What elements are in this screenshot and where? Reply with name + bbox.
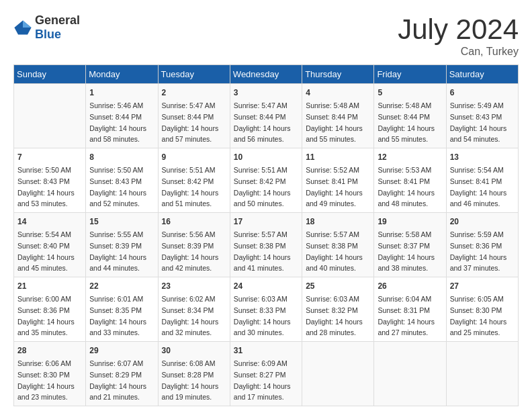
title-block: July 2024 Can, Turkey [398, 13, 519, 58]
table-cell: 15Sunrise: 5:55 AMSunset: 8:39 PMDayligh… [86, 213, 158, 277]
day-number: 28 [17, 345, 82, 357]
table-cell: 9Sunrise: 5:51 AMSunset: 8:42 PMDaylight… [158, 148, 230, 213]
table-cell: 27Sunrise: 6:05 AMSunset: 8:30 PMDayligh… [446, 277, 518, 342]
page-header: General Blue July 2024 Can, Turkey [13, 13, 519, 58]
calendar-table: SundayMondayTuesdayWednesdayThursdayFrid… [13, 64, 519, 406]
table-cell: 28Sunrise: 6:06 AMSunset: 8:30 PMDayligh… [14, 342, 86, 406]
month-title: July 2024 [398, 13, 519, 46]
logo-general: General [35, 13, 80, 27]
logo-blue: Blue [35, 28, 61, 41]
day-detail: Sunrise: 6:05 AMSunset: 8:30 PMDaylight:… [450, 295, 507, 336]
header-monday: Monday [86, 65, 158, 84]
week-row-3: 14Sunrise: 5:54 AMSunset: 8:40 PMDayligh… [14, 213, 519, 277]
table-cell [446, 342, 518, 406]
table-cell: 19Sunrise: 5:58 AMSunset: 8:37 PMDayligh… [374, 213, 446, 277]
day-detail: Sunrise: 5:54 AMSunset: 8:40 PMDaylight:… [17, 230, 75, 272]
day-detail: Sunrise: 6:08 AMSunset: 8:28 PMDaylight:… [162, 359, 219, 401]
table-cell [374, 342, 446, 406]
day-number: 22 [89, 280, 154, 292]
day-detail: Sunrise: 5:51 AMSunset: 8:42 PMDaylight:… [234, 166, 291, 208]
table-cell: 4Sunrise: 5:48 AMSunset: 8:44 PMDaylight… [302, 84, 374, 148]
day-number: 7 [17, 151, 82, 163]
day-detail: Sunrise: 5:56 AMSunset: 8:39 PMDaylight:… [162, 230, 219, 272]
day-detail: Sunrise: 5:54 AMSunset: 8:41 PMDaylight:… [450, 166, 507, 208]
logo-icon [13, 18, 32, 37]
table-cell: 25Sunrise: 6:03 AMSunset: 8:32 PMDayligh… [302, 277, 374, 342]
table-cell: 8Sunrise: 5:50 AMSunset: 8:43 PMDaylight… [86, 148, 158, 213]
day-detail: Sunrise: 5:49 AMSunset: 8:43 PMDaylight:… [450, 101, 507, 143]
day-detail: Sunrise: 5:48 AMSunset: 8:44 PMDaylight:… [306, 101, 363, 143]
table-cell: 23Sunrise: 6:02 AMSunset: 8:34 PMDayligh… [158, 277, 230, 342]
table-cell: 24Sunrise: 6:03 AMSunset: 8:33 PMDayligh… [230, 277, 302, 342]
table-cell: 10Sunrise: 5:51 AMSunset: 8:42 PMDayligh… [230, 148, 302, 213]
day-detail: Sunrise: 5:53 AMSunset: 8:41 PMDaylight:… [378, 166, 435, 208]
day-detail: Sunrise: 5:47 AMSunset: 8:44 PMDaylight:… [234, 101, 291, 143]
day-number: 20 [450, 216, 515, 228]
table-cell: 21Sunrise: 6:00 AMSunset: 8:36 PMDayligh… [14, 277, 86, 342]
day-detail: Sunrise: 5:50 AMSunset: 8:43 PMDaylight:… [17, 166, 75, 208]
table-cell: 30Sunrise: 6:08 AMSunset: 8:28 PMDayligh… [158, 342, 230, 406]
table-cell: 16Sunrise: 5:56 AMSunset: 8:39 PMDayligh… [158, 213, 230, 277]
logo-text: General Blue [35, 13, 80, 42]
table-cell: 14Sunrise: 5:54 AMSunset: 8:40 PMDayligh… [14, 213, 86, 277]
table-cell: 11Sunrise: 5:52 AMSunset: 8:41 PMDayligh… [302, 148, 374, 213]
day-number: 19 [378, 216, 442, 228]
day-number: 21 [17, 280, 82, 292]
day-number: 25 [306, 280, 370, 292]
day-number: 10 [234, 151, 298, 163]
week-row-2: 7Sunrise: 5:50 AMSunset: 8:43 PMDaylight… [14, 148, 519, 213]
day-number: 17 [234, 216, 298, 228]
table-cell: 12Sunrise: 5:53 AMSunset: 8:41 PMDayligh… [374, 148, 446, 213]
table-cell: 13Sunrise: 5:54 AMSunset: 8:41 PMDayligh… [446, 148, 518, 213]
day-number: 24 [234, 280, 298, 292]
day-number: 18 [306, 216, 370, 228]
day-number: 3 [234, 87, 298, 99]
day-detail: Sunrise: 6:06 AMSunset: 8:30 PMDaylight:… [17, 359, 75, 401]
week-row-1: 1Sunrise: 5:46 AMSunset: 8:44 PMDaylight… [14, 84, 519, 148]
table-cell: 18Sunrise: 5:57 AMSunset: 8:38 PMDayligh… [302, 213, 374, 277]
table-cell: 3Sunrise: 5:47 AMSunset: 8:44 PMDaylight… [230, 84, 302, 148]
day-number: 12 [378, 151, 442, 163]
day-number: 15 [89, 216, 154, 228]
day-detail: Sunrise: 5:55 AMSunset: 8:39 PMDaylight:… [89, 230, 146, 272]
day-number: 16 [162, 216, 226, 228]
day-number: 4 [306, 87, 370, 99]
day-detail: Sunrise: 6:03 AMSunset: 8:32 PMDaylight:… [306, 295, 363, 336]
table-cell: 7Sunrise: 5:50 AMSunset: 8:43 PMDaylight… [14, 148, 86, 213]
table-cell: 31Sunrise: 6:09 AMSunset: 8:27 PMDayligh… [230, 342, 302, 406]
day-detail: Sunrise: 5:50 AMSunset: 8:43 PMDaylight:… [89, 166, 146, 208]
table-cell: 22Sunrise: 6:01 AMSunset: 8:35 PMDayligh… [86, 277, 158, 342]
day-detail: Sunrise: 6:02 AMSunset: 8:34 PMDaylight:… [162, 295, 219, 336]
header-tuesday: Tuesday [158, 65, 230, 84]
day-number: 14 [17, 216, 82, 228]
day-detail: Sunrise: 5:59 AMSunset: 8:36 PMDaylight:… [450, 230, 507, 272]
header-wednesday: Wednesday [230, 65, 302, 84]
day-detail: Sunrise: 6:09 AMSunset: 8:27 PMDaylight:… [234, 359, 291, 401]
day-detail: Sunrise: 5:52 AMSunset: 8:41 PMDaylight:… [306, 166, 363, 208]
day-detail: Sunrise: 5:46 AMSunset: 8:44 PMDaylight:… [89, 101, 146, 143]
day-number: 31 [234, 345, 298, 357]
table-cell: 20Sunrise: 5:59 AMSunset: 8:36 PMDayligh… [446, 213, 518, 277]
day-number: 23 [162, 280, 226, 292]
day-number: 11 [306, 151, 370, 163]
day-number: 1 [89, 87, 154, 99]
header-friday: Friday [374, 65, 446, 84]
day-detail: Sunrise: 6:01 AMSunset: 8:35 PMDaylight:… [89, 295, 146, 336]
day-number: 29 [89, 345, 154, 357]
day-number: 5 [378, 87, 442, 99]
logo: General Blue [13, 13, 80, 42]
day-number: 27 [450, 280, 515, 292]
day-number: 8 [89, 151, 154, 163]
header-row: SundayMondayTuesdayWednesdayThursdayFrid… [14, 65, 519, 84]
day-detail: Sunrise: 5:51 AMSunset: 8:42 PMDaylight:… [162, 166, 219, 208]
day-number: 9 [162, 151, 226, 163]
day-detail: Sunrise: 6:00 AMSunset: 8:36 PMDaylight:… [17, 295, 75, 336]
day-number: 30 [162, 345, 226, 357]
header-saturday: Saturday [446, 65, 518, 84]
day-detail: Sunrise: 6:03 AMSunset: 8:33 PMDaylight:… [234, 295, 291, 336]
table-cell [302, 342, 374, 406]
day-detail: Sunrise: 5:47 AMSunset: 8:44 PMDaylight:… [162, 101, 219, 143]
day-detail: Sunrise: 6:07 AMSunset: 8:29 PMDaylight:… [89, 359, 146, 401]
day-detail: Sunrise: 6:04 AMSunset: 8:31 PMDaylight:… [378, 295, 435, 336]
day-number: 13 [450, 151, 515, 163]
